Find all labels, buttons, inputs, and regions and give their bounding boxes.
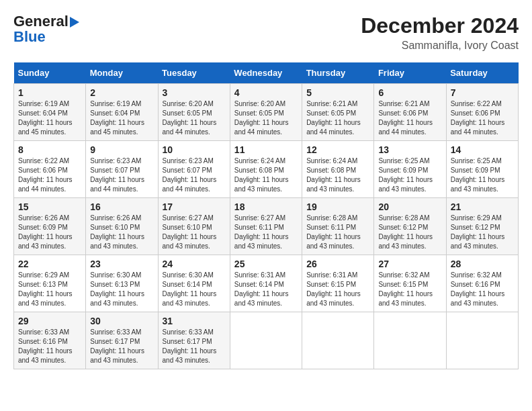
- month-title: December 2024: [361, 13, 519, 38]
- location: Sammanifla, Ivory Coast: [361, 40, 519, 52]
- day-info: Sunrise: 6:20 AMSunset: 6:05 PMDaylight:…: [234, 100, 289, 136]
- day-header-wednesday: Wednesday: [230, 62, 302, 84]
- calendar-cell: 19 Sunrise: 6:28 AMSunset: 6:11 PMDaylig…: [302, 198, 374, 255]
- day-info: Sunrise: 6:24 AMSunset: 6:08 PMDaylight:…: [234, 157, 289, 193]
- calendar-cell: 10 Sunrise: 6:23 AMSunset: 6:07 PMDaylig…: [158, 141, 230, 198]
- day-info: Sunrise: 6:22 AMSunset: 6:06 PMDaylight:…: [451, 100, 505, 136]
- day-info: Sunrise: 6:19 AMSunset: 6:04 PMDaylight:…: [90, 100, 144, 136]
- calendar-header-row: SundayMondayTuesdayWednesdayThursdayFrid…: [14, 62, 519, 84]
- page-header: General Blue December 2024 Sammanifla, I…: [13, 13, 519, 52]
- day-info: Sunrise: 6:30 AMSunset: 6:14 PMDaylight:…: [163, 271, 217, 307]
- day-number: 4: [234, 87, 298, 98]
- logo: General Blue: [13, 13, 79, 46]
- calendar-cell: [302, 312, 374, 369]
- day-number: 23: [90, 259, 153, 269]
- day-info: Sunrise: 6:33 AMSunset: 6:17 PMDaylight:…: [90, 328, 144, 364]
- calendar-cell: 18 Sunrise: 6:27 AMSunset: 6:11 PMDaylig…: [230, 198, 302, 255]
- calendar-cell: [230, 312, 302, 369]
- day-header-sunday: Sunday: [14, 62, 86, 84]
- day-number: 25: [234, 259, 298, 269]
- calendar-cell: [446, 312, 518, 369]
- day-info: Sunrise: 6:27 AMSunset: 6:11 PMDaylight:…: [234, 214, 289, 250]
- day-info: Sunrise: 6:31 AMSunset: 6:14 PMDaylight:…: [234, 271, 289, 307]
- day-number: 30: [90, 316, 153, 326]
- calendar-cell: 11 Sunrise: 6:24 AMSunset: 6:08 PMDaylig…: [230, 141, 302, 198]
- calendar-cell: 12 Sunrise: 6:24 AMSunset: 6:08 PMDaylig…: [302, 141, 374, 198]
- calendar-cell: 4 Sunrise: 6:20 AMSunset: 6:05 PMDayligh…: [230, 84, 302, 141]
- calendar-cell: 7 Sunrise: 6:22 AMSunset: 6:06 PMDayligh…: [446, 84, 518, 141]
- calendar-cell: 14 Sunrise: 6:25 AMSunset: 6:09 PMDaylig…: [446, 141, 518, 198]
- calendar-cell: 3 Sunrise: 6:20 AMSunset: 6:05 PMDayligh…: [158, 84, 230, 141]
- calendar-cell: 17 Sunrise: 6:27 AMSunset: 6:10 PMDaylig…: [158, 198, 230, 255]
- day-info: Sunrise: 6:26 AMSunset: 6:09 PMDaylight:…: [18, 214, 73, 250]
- calendar-week-3: 15 Sunrise: 6:26 AMSunset: 6:09 PMDaylig…: [14, 198, 519, 255]
- calendar-cell: 2 Sunrise: 6:19 AMSunset: 6:04 PMDayligh…: [86, 84, 158, 141]
- day-number: 10: [163, 144, 226, 155]
- calendar-cell: 16 Sunrise: 6:26 AMSunset: 6:10 PMDaylig…: [86, 198, 158, 255]
- day-header-thursday: Thursday: [302, 62, 374, 84]
- calendar-week-2: 8 Sunrise: 6:22 AMSunset: 6:06 PMDayligh…: [14, 141, 519, 198]
- day-number: 12: [306, 144, 369, 155]
- day-info: Sunrise: 6:29 AMSunset: 6:13 PMDaylight:…: [18, 271, 73, 307]
- day-info: Sunrise: 6:24 AMSunset: 6:08 PMDaylight:…: [306, 157, 361, 193]
- day-info: Sunrise: 6:23 AMSunset: 6:07 PMDaylight:…: [90, 157, 144, 193]
- day-number: 26: [306, 259, 369, 269]
- day-info: Sunrise: 6:33 AMSunset: 6:17 PMDaylight:…: [163, 328, 217, 364]
- calendar-cell: 13 Sunrise: 6:25 AMSunset: 6:09 PMDaylig…: [374, 141, 446, 198]
- day-header-monday: Monday: [86, 62, 158, 84]
- day-number: 20: [378, 201, 441, 212]
- day-number: 27: [378, 259, 441, 269]
- day-info: Sunrise: 6:32 AMSunset: 6:16 PMDaylight:…: [451, 271, 505, 307]
- calendar-cell: 9 Sunrise: 6:23 AMSunset: 6:07 PMDayligh…: [86, 141, 158, 198]
- day-number: 31: [163, 316, 226, 326]
- calendar-cell: 31 Sunrise: 6:33 AMSunset: 6:17 PMDaylig…: [158, 312, 230, 369]
- day-info: Sunrise: 6:28 AMSunset: 6:11 PMDaylight:…: [306, 214, 361, 250]
- day-info: Sunrise: 6:22 AMSunset: 6:06 PMDaylight:…: [18, 157, 73, 193]
- day-header-friday: Friday: [374, 62, 446, 84]
- day-header-tuesday: Tuesday: [158, 62, 230, 84]
- day-info: Sunrise: 6:26 AMSunset: 6:10 PMDaylight:…: [90, 214, 144, 250]
- day-info: Sunrise: 6:25 AMSunset: 6:09 PMDaylight:…: [378, 157, 433, 193]
- day-number: 3: [163, 87, 226, 98]
- day-number: 5: [306, 87, 369, 98]
- calendar-week-5: 29 Sunrise: 6:33 AMSunset: 6:16 PMDaylig…: [14, 312, 519, 369]
- calendar-week-1: 1 Sunrise: 6:19 AMSunset: 6:04 PMDayligh…: [14, 84, 519, 141]
- calendar-cell: 1 Sunrise: 6:19 AMSunset: 6:04 PMDayligh…: [14, 84, 86, 141]
- day-info: Sunrise: 6:30 AMSunset: 6:13 PMDaylight:…: [90, 271, 144, 307]
- calendar-cell: 5 Sunrise: 6:21 AMSunset: 6:05 PMDayligh…: [302, 84, 374, 141]
- day-number: 24: [163, 259, 226, 269]
- day-number: 29: [18, 316, 81, 326]
- calendar-week-4: 22 Sunrise: 6:29 AMSunset: 6:13 PMDaylig…: [14, 255, 519, 312]
- day-number: 1: [18, 87, 81, 98]
- day-info: Sunrise: 6:31 AMSunset: 6:15 PMDaylight:…: [306, 271, 361, 307]
- day-number: 9: [90, 144, 153, 155]
- day-number: 22: [18, 259, 81, 269]
- day-number: 28: [451, 259, 514, 269]
- day-info: Sunrise: 6:19 AMSunset: 6:04 PMDaylight:…: [18, 100, 73, 136]
- day-info: Sunrise: 6:21 AMSunset: 6:06 PMDaylight:…: [378, 100, 433, 136]
- calendar-cell: 20 Sunrise: 6:28 AMSunset: 6:12 PMDaylig…: [374, 198, 446, 255]
- calendar-cell: 27 Sunrise: 6:32 AMSunset: 6:15 PMDaylig…: [374, 255, 446, 312]
- day-info: Sunrise: 6:32 AMSunset: 6:15 PMDaylight:…: [378, 271, 433, 307]
- day-number: 14: [451, 144, 514, 155]
- calendar-cell: 28 Sunrise: 6:32 AMSunset: 6:16 PMDaylig…: [446, 255, 518, 312]
- calendar-cell: 23 Sunrise: 6:30 AMSunset: 6:13 PMDaylig…: [86, 255, 158, 312]
- day-number: 19: [306, 201, 369, 212]
- day-number: 11: [234, 144, 298, 155]
- day-info: Sunrise: 6:21 AMSunset: 6:05 PMDaylight:…: [306, 100, 361, 136]
- day-info: Sunrise: 6:27 AMSunset: 6:10 PMDaylight:…: [163, 214, 217, 250]
- day-info: Sunrise: 6:25 AMSunset: 6:09 PMDaylight:…: [451, 157, 505, 193]
- day-info: Sunrise: 6:29 AMSunset: 6:12 PMDaylight:…: [451, 214, 505, 250]
- logo-blue: Blue: [13, 28, 46, 46]
- calendar-cell: 6 Sunrise: 6:21 AMSunset: 6:06 PMDayligh…: [374, 84, 446, 141]
- day-number: 7: [451, 87, 514, 98]
- day-info: Sunrise: 6:28 AMSunset: 6:12 PMDaylight:…: [378, 214, 433, 250]
- day-number: 13: [378, 144, 441, 155]
- calendar-cell: 15 Sunrise: 6:26 AMSunset: 6:09 PMDaylig…: [14, 198, 86, 255]
- day-number: 2: [90, 87, 153, 98]
- calendar-cell: 30 Sunrise: 6:33 AMSunset: 6:17 PMDaylig…: [86, 312, 158, 369]
- day-number: 18: [234, 201, 298, 212]
- day-number: 15: [18, 201, 81, 212]
- day-number: 8: [18, 144, 81, 155]
- day-number: 16: [90, 201, 153, 212]
